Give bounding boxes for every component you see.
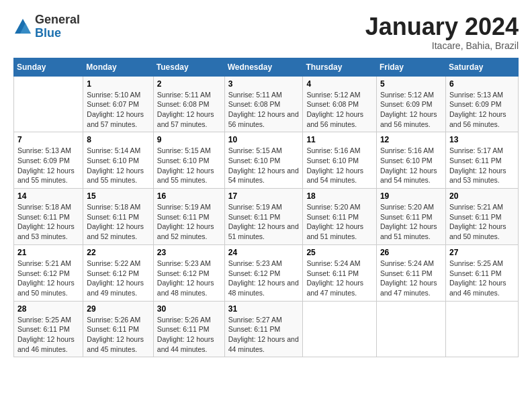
day-number: 9 <box>157 135 221 144</box>
calendar-cell: 24 Sunrise: 5:23 AMSunset: 6:12 PMDaylig… <box>224 244 303 301</box>
page-header: General Blue January 2024 Itacare, Bahia… <box>13 13 519 51</box>
day-info: Sunrise: 5:21 AMSunset: 6:12 PMDaylight:… <box>17 259 79 298</box>
day-number: 10 <box>228 135 300 144</box>
day-info: Sunrise: 5:15 AMSunset: 6:10 PMDaylight:… <box>157 146 221 185</box>
calendar-cell: 8 Sunrise: 5:14 AMSunset: 6:10 PMDayligh… <box>83 132 153 189</box>
day-info: Sunrise: 5:26 AMSunset: 6:11 PMDaylight:… <box>157 315 221 355</box>
day-number: 13 <box>449 135 515 144</box>
logo-icon <box>13 17 32 36</box>
calendar-body: 1 Sunrise: 5:10 AMSunset: 6:07 PMDayligh… <box>14 76 519 357</box>
day-number: 26 <box>380 248 442 257</box>
calendar-cell: 27 Sunrise: 5:25 AMSunset: 6:11 PMDaylig… <box>445 244 518 301</box>
day-number: 20 <box>449 191 515 201</box>
day-info: Sunrise: 5:24 AMSunset: 6:11 PMDaylight:… <box>380 259 442 298</box>
day-number: 4 <box>306 79 373 89</box>
calendar-cell: 1 Sunrise: 5:10 AMSunset: 6:07 PMDayligh… <box>83 76 153 132</box>
day-info: Sunrise: 5:14 AMSunset: 6:10 PMDaylight:… <box>87 146 149 185</box>
calendar-cell <box>14 76 83 132</box>
calendar-cell: 11 Sunrise: 5:16 AMSunset: 6:10 PMDaylig… <box>303 132 377 189</box>
day-info: Sunrise: 5:26 AMSunset: 6:11 PMDaylight:… <box>87 315 149 355</box>
header-saturday: Saturday <box>445 58 518 76</box>
calendar-week-4: 28 Sunrise: 5:25 AMSunset: 6:11 PMDaylig… <box>14 301 519 357</box>
day-number: 11 <box>306 135 373 144</box>
header-wednesday: Wednesday <box>224 58 303 76</box>
day-info: Sunrise: 5:15 AMSunset: 6:10 PMDaylight:… <box>228 146 300 185</box>
day-number: 21 <box>17 248 79 257</box>
day-info: Sunrise: 5:16 AMSunset: 6:10 PMDaylight:… <box>380 146 442 185</box>
calendar-cell: 17 Sunrise: 5:19 AMSunset: 6:11 PMDaylig… <box>224 189 303 245</box>
header-friday: Friday <box>376 58 445 76</box>
day-info: Sunrise: 5:13 AMSunset: 6:09 PMDaylight:… <box>449 90 515 130</box>
day-number: 14 <box>17 191 79 201</box>
calendar-week-1: 7 Sunrise: 5:13 AMSunset: 6:09 PMDayligh… <box>14 132 519 189</box>
day-info: Sunrise: 5:11 AMSunset: 6:08 PMDaylight:… <box>157 90 221 130</box>
calendar-cell: 30 Sunrise: 5:26 AMSunset: 6:11 PMDaylig… <box>153 301 224 357</box>
calendar-cell: 28 Sunrise: 5:25 AMSunset: 6:11 PMDaylig… <box>14 301 83 357</box>
calendar-cell: 23 Sunrise: 5:23 AMSunset: 6:12 PMDaylig… <box>153 244 224 301</box>
day-info: Sunrise: 5:10 AMSunset: 6:07 PMDaylight:… <box>87 90 149 130</box>
day-number: 30 <box>157 304 221 314</box>
day-number: 18 <box>306 191 373 201</box>
day-number: 2 <box>157 79 221 89</box>
calendar-table: Sunday Monday Tuesday Wednesday Thursday… <box>13 58 519 358</box>
header-row: Sunday Monday Tuesday Wednesday Thursday… <box>14 58 519 76</box>
calendar-cell: 31 Sunrise: 5:27 AMSunset: 6:11 PMDaylig… <box>224 301 303 357</box>
calendar-cell: 16 Sunrise: 5:19 AMSunset: 6:11 PMDaylig… <box>153 189 224 245</box>
calendar-cell: 2 Sunrise: 5:11 AMSunset: 6:08 PMDayligh… <box>153 76 224 132</box>
day-number: 1 <box>87 79 149 89</box>
day-number: 25 <box>306 248 373 257</box>
calendar-cell: 25 Sunrise: 5:24 AMSunset: 6:11 PMDaylig… <box>303 244 377 301</box>
day-info: Sunrise: 5:21 AMSunset: 6:11 PMDaylight:… <box>449 202 515 242</box>
day-number: 29 <box>87 304 149 314</box>
day-number: 3 <box>228 79 300 89</box>
day-number: 12 <box>380 135 442 144</box>
calendar-cell: 4 Sunrise: 5:12 AMSunset: 6:08 PMDayligh… <box>303 76 377 132</box>
day-info: Sunrise: 5:23 AMSunset: 6:12 PMDaylight:… <box>228 259 300 298</box>
day-number: 8 <box>87 135 149 144</box>
logo-blue: Blue <box>35 27 80 40</box>
calendar-cell: 10 Sunrise: 5:15 AMSunset: 6:10 PMDaylig… <box>224 132 303 189</box>
day-number: 16 <box>157 191 221 201</box>
calendar-cell: 3 Sunrise: 5:11 AMSunset: 6:08 PMDayligh… <box>224 76 303 132</box>
day-info: Sunrise: 5:18 AMSunset: 6:11 PMDaylight:… <box>17 202 79 242</box>
header-sunday: Sunday <box>14 58 83 76</box>
day-number: 23 <box>157 248 221 257</box>
header-tuesday: Tuesday <box>153 58 224 76</box>
calendar-cell: 21 Sunrise: 5:21 AMSunset: 6:12 PMDaylig… <box>14 244 83 301</box>
day-info: Sunrise: 5:25 AMSunset: 6:11 PMDaylight:… <box>449 259 515 298</box>
day-number: 31 <box>228 304 300 314</box>
month-title: January 2024 <box>365 13 519 40</box>
day-info: Sunrise: 5:27 AMSunset: 6:11 PMDaylight:… <box>228 315 300 355</box>
day-number: 27 <box>449 248 515 257</box>
day-info: Sunrise: 5:24 AMSunset: 6:11 PMDaylight:… <box>306 259 373 298</box>
calendar-cell: 9 Sunrise: 5:15 AMSunset: 6:10 PMDayligh… <box>153 132 224 189</box>
calendar-cell: 18 Sunrise: 5:20 AMSunset: 6:11 PMDaylig… <box>303 189 377 245</box>
calendar-cell: 14 Sunrise: 5:18 AMSunset: 6:11 PMDaylig… <box>14 189 83 245</box>
calendar-cell: 6 Sunrise: 5:13 AMSunset: 6:09 PMDayligh… <box>445 76 518 132</box>
calendar-cell: 26 Sunrise: 5:24 AMSunset: 6:11 PMDaylig… <box>376 244 445 301</box>
day-info: Sunrise: 5:23 AMSunset: 6:12 PMDaylight:… <box>157 259 221 298</box>
day-info: Sunrise: 5:19 AMSunset: 6:11 PMDaylight:… <box>228 202 300 242</box>
day-number: 5 <box>380 79 442 89</box>
day-info: Sunrise: 5:16 AMSunset: 6:10 PMDaylight:… <box>306 146 373 185</box>
day-info: Sunrise: 5:13 AMSunset: 6:09 PMDaylight:… <box>17 146 79 185</box>
calendar-week-3: 21 Sunrise: 5:21 AMSunset: 6:12 PMDaylig… <box>14 244 519 301</box>
calendar-cell: 20 Sunrise: 5:21 AMSunset: 6:11 PMDaylig… <box>445 189 518 245</box>
calendar-header: Sunday Monday Tuesday Wednesday Thursday… <box>14 58 519 76</box>
day-number: 19 <box>380 191 442 201</box>
day-info: Sunrise: 5:12 AMSunset: 6:08 PMDaylight:… <box>306 90 373 130</box>
day-info: Sunrise: 5:20 AMSunset: 6:11 PMDaylight:… <box>306 202 373 242</box>
calendar-cell: 29 Sunrise: 5:26 AMSunset: 6:11 PMDaylig… <box>83 301 153 357</box>
calendar-week-2: 14 Sunrise: 5:18 AMSunset: 6:11 PMDaylig… <box>14 189 519 245</box>
logo-text: General Blue <box>35 13 80 40</box>
header-thursday: Thursday <box>303 58 377 76</box>
calendar-cell: 12 Sunrise: 5:16 AMSunset: 6:10 PMDaylig… <box>376 132 445 189</box>
calendar-cell <box>303 301 377 357</box>
header-monday: Monday <box>83 58 153 76</box>
calendar-cell: 7 Sunrise: 5:13 AMSunset: 6:09 PMDayligh… <box>14 132 83 189</box>
title-block: January 2024 Itacare, Bahia, Brazil <box>365 13 519 51</box>
calendar-cell <box>376 301 445 357</box>
day-number: 28 <box>17 304 79 314</box>
day-info: Sunrise: 5:22 AMSunset: 6:12 PMDaylight:… <box>87 259 149 298</box>
calendar-cell: 15 Sunrise: 5:18 AMSunset: 6:11 PMDaylig… <box>83 189 153 245</box>
